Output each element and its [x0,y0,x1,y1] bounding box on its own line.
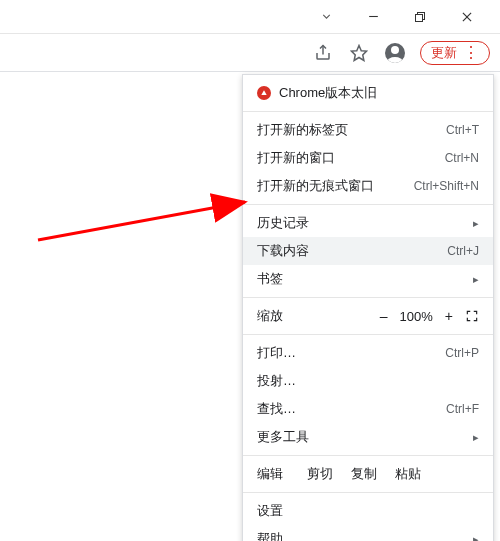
zoom-in-button[interactable]: + [445,308,453,324]
close-icon[interactable] [460,10,474,24]
menu-help[interactable]: 帮助 ▸ [243,525,493,541]
menu-new-window[interactable]: 打开新的窗口 Ctrl+N [243,144,493,172]
menu-history[interactable]: 历史记录 ▸ [243,209,493,237]
menu-bookmarks[interactable]: 书签 ▸ [243,265,493,293]
edit-paste[interactable]: 粘贴 [395,465,421,483]
menu-new-tab[interactable]: 打开新的标签页 Ctrl+T [243,116,493,144]
menu-incognito[interactable]: 打开新的无痕式窗口 Ctrl+Shift+N [243,172,493,200]
svg-marker-7 [261,90,266,95]
fullscreen-icon[interactable] [465,309,479,323]
separator [243,334,493,335]
maximize-icon[interactable] [414,11,426,23]
menu-downloads[interactable]: 下载内容 Ctrl+J [243,237,493,265]
menu-find[interactable]: 查找… Ctrl+F [243,395,493,423]
update-label: 更新 [431,44,457,62]
menu-settings[interactable]: 设置 [243,497,493,525]
edit-cut[interactable]: 剪切 [307,465,333,483]
chevron-down-icon[interactable] [320,10,333,23]
separator [243,297,493,298]
edit-label: 编辑 [257,465,283,483]
separator [243,111,493,112]
submenu-arrow-icon: ▸ [473,273,479,286]
window-controls [0,0,500,34]
annotation-arrow [30,130,260,250]
submenu-arrow-icon: ▸ [473,217,479,230]
update-button[interactable]: 更新 ⋮ [420,41,490,65]
profile-avatar[interactable] [384,42,406,64]
svg-marker-6 [352,45,367,60]
zoom-out-button[interactable]: – [380,308,388,324]
menu-edit: 编辑 剪切 复制 粘贴 [243,460,493,488]
share-icon[interactable] [312,42,334,64]
menu-more-tools[interactable]: 更多工具 ▸ [243,423,493,451]
submenu-arrow-icon: ▸ [473,533,479,542]
svg-line-9 [38,202,245,240]
svg-rect-2 [416,14,423,21]
edit-copy[interactable]: 复制 [351,465,377,483]
menu-zoom: 缩放 – 100% + [243,302,493,330]
star-icon[interactable] [348,42,370,64]
zoom-label: 缩放 [257,307,283,325]
separator [243,204,493,205]
separator [243,492,493,493]
minimize-icon[interactable] [367,10,380,23]
main-menu: Chrome版本太旧 打开新的标签页 Ctrl+T 打开新的窗口 Ctrl+N … [242,74,494,541]
warning-icon [257,86,271,100]
submenu-arrow-icon: ▸ [473,431,479,444]
zoom-value: 100% [400,309,433,324]
menu-warning[interactable]: Chrome版本太旧 [243,79,493,107]
separator [243,455,493,456]
warning-text: Chrome版本太旧 [279,84,377,102]
menu-cast[interactable]: 投射… [243,367,493,395]
menu-print[interactable]: 打印… Ctrl+P [243,339,493,367]
browser-toolbar: 更新 ⋮ [0,34,500,72]
